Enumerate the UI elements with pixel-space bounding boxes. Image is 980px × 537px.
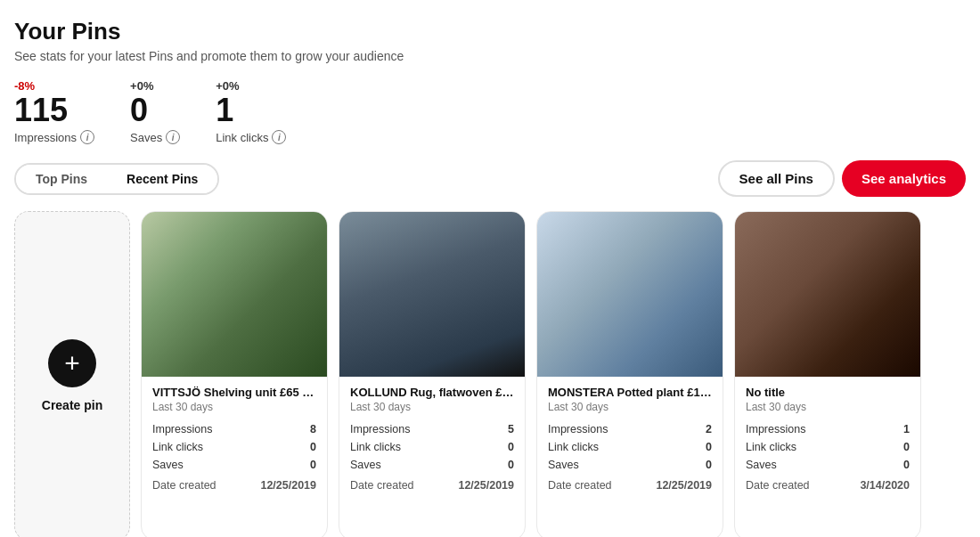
create-pin-card[interactable]: + Create pin xyxy=(14,211,130,537)
main-container: Your Pins See stats for your latest Pins… xyxy=(0,0,980,537)
saves-label: Saves i xyxy=(130,130,180,144)
pin-period-1: Last 30 days xyxy=(152,401,316,413)
pin-image-1[interactable] xyxy=(142,212,327,377)
pin-stats-4: Impressions 1 Link clicks 0 Saves 0 Date… xyxy=(746,420,910,494)
saves-change: +0% xyxy=(130,79,180,93)
pin-period-3: Last 30 days xyxy=(548,401,712,413)
pin-stats-3: Impressions 2 Link clicks 0 Saves 0 Date… xyxy=(548,420,712,494)
tab-recent-pins[interactable]: Recent Pins xyxy=(107,165,217,193)
pin-info-3: MONSTERA Potted plant £15 K... Last 30 d… xyxy=(537,377,723,503)
saves-number: 0 xyxy=(130,94,180,126)
pin-stats-1: Impressions 8 Link clicks 0 Saves 0 Date… xyxy=(152,420,316,494)
table-row: Link clicks 0 xyxy=(746,438,910,456)
table-row: Link clicks 0 xyxy=(350,438,514,456)
stats-row: -8% 115 Impressions i +0% 0 Saves i +0% … xyxy=(14,79,966,144)
saves-info-icon[interactable]: i xyxy=(166,130,180,144)
pin-title-3: MONSTERA Potted plant £15 K... xyxy=(548,386,712,399)
pin-image-4[interactable] xyxy=(735,212,920,377)
table-row: Impressions 2 xyxy=(548,420,712,438)
tabs: Top Pins Recent Pins xyxy=(14,163,219,195)
pin-title-1: VITTSJÖ Shelving unit £65 RA... xyxy=(152,386,316,399)
pin-card-4: No title Last 30 days Impressions 1 Link… xyxy=(734,211,921,537)
create-pin-label: Create pin xyxy=(42,398,102,412)
impressions-change: -8% xyxy=(14,79,94,93)
table-row: Saves 0 xyxy=(548,456,712,474)
table-row: Saves 0 xyxy=(152,456,316,474)
table-row: Date created 12/25/2019 xyxy=(152,474,316,494)
stat-saves: +0% 0 Saves i xyxy=(130,79,180,144)
link-clicks-number: 1 xyxy=(216,94,286,126)
pin-card-2: KOLLUND Rug, flatwoven £26... Last 30 da… xyxy=(339,211,526,537)
pin-image-2[interactable] xyxy=(339,212,525,377)
impressions-info-icon[interactable]: i xyxy=(80,130,94,144)
pin-card-3: MONSTERA Potted plant £15 K... Last 30 d… xyxy=(536,211,723,537)
link-clicks-label: Link clicks i xyxy=(216,130,286,144)
table-row: Saves 0 xyxy=(350,456,514,474)
stat-impressions: -8% 115 Impressions i xyxy=(14,79,94,144)
create-pin-icon: + xyxy=(48,339,96,387)
pin-stats-2: Impressions 5 Link clicks 0 Saves 0 Date… xyxy=(350,420,514,494)
pin-info-4: No title Last 30 days Impressions 1 Link… xyxy=(735,377,920,503)
table-row: Impressions 1 xyxy=(746,420,910,438)
pin-info-2: KOLLUND Rug, flatwoven £26... Last 30 da… xyxy=(339,377,525,503)
table-row: Date created 12/25/2019 xyxy=(350,474,514,494)
link-clicks-change: +0% xyxy=(216,79,286,93)
pin-period-4: Last 30 days xyxy=(746,401,910,413)
link-clicks-info-icon[interactable]: i xyxy=(272,130,286,144)
tabs-and-actions-bar: Top Pins Recent Pins See all Pins See an… xyxy=(14,160,966,197)
pin-title-4: No title xyxy=(746,386,910,399)
table-row: Date created 3/14/2020 xyxy=(746,474,910,494)
pin-info-1: VITTSJÖ Shelving unit £65 RA... Last 30 … xyxy=(142,377,327,503)
tab-top-pins[interactable]: Top Pins xyxy=(16,165,107,193)
see-all-pins-button[interactable]: See all Pins xyxy=(718,160,835,197)
impressions-label: Impressions i xyxy=(14,130,94,144)
header: Your Pins See stats for your latest Pins… xyxy=(14,18,966,63)
impressions-number: 115 xyxy=(14,94,94,126)
table-row: Impressions 5 xyxy=(350,420,514,438)
pin-title-2: KOLLUND Rug, flatwoven £26... xyxy=(350,386,514,399)
pin-period-2: Last 30 days xyxy=(350,401,514,413)
table-row: Date created 12/25/2019 xyxy=(548,474,712,494)
table-row: Impressions 8 xyxy=(152,420,316,438)
pins-grid: + Create pin VITTSJÖ Shelving unit £65 R… xyxy=(14,211,966,537)
page-subtitle: See stats for your latest Pins and promo… xyxy=(14,49,966,63)
action-buttons: See all Pins See analytics xyxy=(718,160,966,197)
see-analytics-button[interactable]: See analytics xyxy=(842,160,966,197)
table-row: Link clicks 0 xyxy=(548,438,712,456)
stat-link-clicks: +0% 1 Link clicks i xyxy=(216,79,286,144)
page-title: Your Pins xyxy=(14,18,966,45)
table-row: Saves 0 xyxy=(746,456,910,474)
pin-card-1: VITTSJÖ Shelving unit £65 RA... Last 30 … xyxy=(141,211,328,537)
pin-image-3[interactable] xyxy=(537,212,723,377)
table-row: Link clicks 0 xyxy=(152,438,316,456)
